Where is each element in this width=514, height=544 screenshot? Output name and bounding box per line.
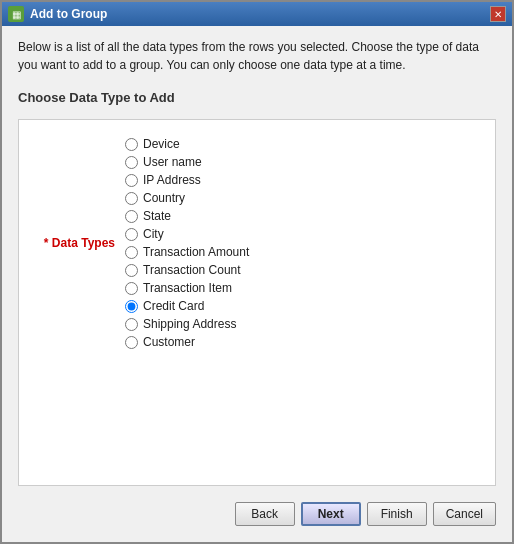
radio-label-opt_creditcard: Credit Card — [143, 299, 204, 313]
radio-item-opt_city[interactable]: City — [125, 226, 249, 242]
radio-label-opt_device: Device — [143, 137, 180, 151]
radio-label-opt_txamount: Transaction Amount — [143, 245, 249, 259]
radio-label-opt_customer: Customer — [143, 335, 195, 349]
radio-item-opt_username[interactable]: User name — [125, 154, 249, 170]
radio-input-opt_txcount[interactable] — [125, 264, 138, 277]
main-content: Below is a list of all the data types fr… — [2, 26, 512, 542]
radio-label-opt_shipping: Shipping Address — [143, 317, 236, 331]
radio-input-opt_shipping[interactable] — [125, 318, 138, 331]
radio-item-opt_txamount[interactable]: Transaction Amount — [125, 244, 249, 260]
radio-label-opt_state: State — [143, 209, 171, 223]
radio-input-opt_txamount[interactable] — [125, 246, 138, 259]
description-text: Below is a list of all the data types fr… — [18, 38, 496, 74]
field-label: * Data Types — [35, 236, 115, 250]
radio-item-opt_device[interactable]: Device — [125, 136, 249, 152]
radio-item-opt_ipaddress[interactable]: IP Address — [125, 172, 249, 188]
radio-input-opt_customer[interactable] — [125, 336, 138, 349]
radio-input-opt_txitem[interactable] — [125, 282, 138, 295]
radio-item-opt_txcount[interactable]: Transaction Count — [125, 262, 249, 278]
back-button[interactable]: Back — [235, 502, 295, 526]
window-icon: ▦ — [8, 6, 24, 22]
radio-input-opt_state[interactable] — [125, 210, 138, 223]
radio-label-opt_city: City — [143, 227, 164, 241]
radio-input-opt_ipaddress[interactable] — [125, 174, 138, 187]
form-area: * Data Types DeviceUser nameIP AddressCo… — [18, 119, 496, 486]
title-bar-left: ▦ Add to Group — [8, 6, 107, 22]
radio-input-opt_device[interactable] — [125, 138, 138, 151]
radio-label-opt_country: Country — [143, 191, 185, 205]
radio-group: DeviceUser nameIP AddressCountryStateCit… — [125, 136, 249, 350]
radio-item-opt_state[interactable]: State — [125, 208, 249, 224]
radio-item-opt_txitem[interactable]: Transaction Item — [125, 280, 249, 296]
radio-input-opt_city[interactable] — [125, 228, 138, 241]
button-bar: Back Next Finish Cancel — [18, 496, 496, 530]
cancel-button[interactable]: Cancel — [433, 502, 496, 526]
radio-label-opt_txcount: Transaction Count — [143, 263, 241, 277]
radio-label-opt_txitem: Transaction Item — [143, 281, 232, 295]
radio-label-opt_username: User name — [143, 155, 202, 169]
radio-item-opt_shipping[interactable]: Shipping Address — [125, 316, 249, 332]
finish-button[interactable]: Finish — [367, 502, 427, 526]
add-to-group-window: ▦ Add to Group ✕ Below is a list of all … — [0, 0, 514, 544]
data-type-field-row: * Data Types DeviceUser nameIP AddressCo… — [35, 136, 479, 350]
radio-item-opt_creditcard[interactable]: Credit Card — [125, 298, 249, 314]
section-title: Choose Data Type to Add — [18, 90, 496, 105]
close-button[interactable]: ✕ — [490, 6, 506, 22]
radio-item-opt_customer[interactable]: Customer — [125, 334, 249, 350]
radio-input-opt_username[interactable] — [125, 156, 138, 169]
radio-item-opt_country[interactable]: Country — [125, 190, 249, 206]
radio-input-opt_country[interactable] — [125, 192, 138, 205]
radio-label-opt_ipaddress: IP Address — [143, 173, 201, 187]
window-title: Add to Group — [30, 7, 107, 21]
next-button[interactable]: Next — [301, 502, 361, 526]
radio-input-opt_creditcard[interactable] — [125, 300, 138, 313]
title-bar: ▦ Add to Group ✕ — [2, 2, 512, 26]
